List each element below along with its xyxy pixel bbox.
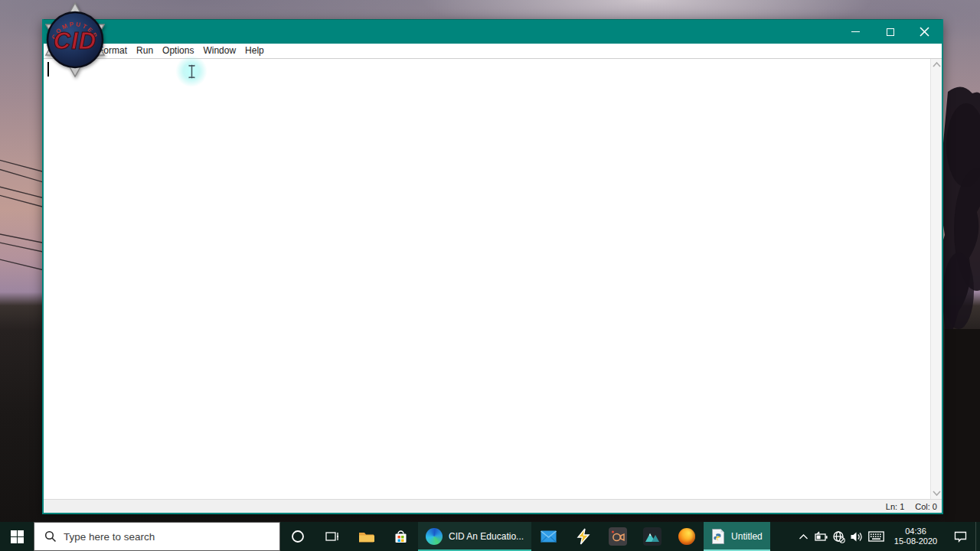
- show-desktop-strip[interactable]: [975, 522, 980, 551]
- tray-time: 04:36: [905, 527, 926, 536]
- idle-taskbar-button[interactable]: Untitled: [704, 522, 770, 551]
- vertical-scrollbar[interactable]: [930, 59, 942, 499]
- task-view-button[interactable]: [315, 522, 349, 551]
- close-icon: [920, 27, 929, 37]
- menu-item-options[interactable]: Options: [158, 44, 198, 58]
- tree-silhouette-art: [937, 86, 980, 522]
- action-center-button[interactable]: [945, 522, 975, 551]
- cortana-button[interactable]: [280, 522, 315, 551]
- edge-tab-label: CID An Educatio...: [449, 531, 524, 542]
- network-status-button[interactable]: [830, 522, 848, 551]
- idle-python-file-icon: [711, 529, 725, 544]
- firefox-icon: [678, 528, 695, 545]
- menu-item-help[interactable]: Help: [240, 44, 269, 58]
- titlebar[interactable]: [44, 19, 942, 44]
- touch-keyboard-button[interactable]: [865, 522, 887, 551]
- microsoft-store-button[interactable]: [384, 522, 418, 551]
- tray-chevron-button[interactable]: [795, 522, 812, 551]
- task-view-icon: [325, 530, 340, 543]
- media-app-button[interactable]: [635, 522, 669, 551]
- tray-date: 15-08-2020: [894, 536, 937, 546]
- menu-bar: FileEditFormatRunOptionsWindowHelp: [44, 44, 942, 59]
- status-bar: Ln: 1 Col: 0: [44, 499, 942, 513]
- maximize-button[interactable]: [873, 20, 907, 44]
- scroll-up-icon[interactable]: [933, 62, 941, 67]
- battery-status-button[interactable]: [812, 522, 830, 551]
- editor-wrap: [44, 59, 942, 499]
- taskbar-search[interactable]: [34, 522, 280, 551]
- idle-window: FileEditFormatRunOptionsWindowHelp Ln: 1…: [42, 19, 943, 514]
- cid-logo: COMPUTER CID: [38, 2, 112, 78]
- touch-keyboard-icon: [868, 531, 884, 542]
- globe-no-internet-icon: [832, 530, 845, 543]
- screen-recorder-icon: [609, 527, 627, 546]
- cortana-circle-icon: [291, 530, 305, 543]
- mail-icon: [541, 530, 557, 543]
- file-explorer-button[interactable]: [349, 522, 384, 551]
- teal-mountains-icon: [643, 527, 662, 546]
- menu-item-window[interactable]: Window: [198, 44, 240, 58]
- search-icon: [44, 530, 57, 543]
- clock[interactable]: 04:36 15-08-2020: [887, 522, 945, 551]
- editor-bolt-app-button[interactable]: [566, 522, 600, 551]
- battery-icon: [815, 531, 828, 542]
- lightning-bolt-icon: [575, 528, 592, 545]
- minimize-icon: [851, 31, 860, 33]
- firefox-button[interactable]: [669, 522, 704, 551]
- system-tray: 04:36 15-08-2020: [795, 522, 980, 551]
- search-input[interactable]: [64, 531, 247, 543]
- volume-button[interactable]: [848, 522, 865, 551]
- speaker-icon: [850, 531, 864, 543]
- idle-window-label: Untitled: [731, 531, 763, 542]
- status-column: Col: 0: [915, 502, 937, 511]
- screen-recorder-button[interactable]: [600, 522, 635, 551]
- start-button[interactable]: [0, 522, 34, 551]
- status-line: Ln: 1: [886, 502, 904, 511]
- file-explorer-icon: [358, 530, 375, 543]
- microsoft-store-icon: [394, 530, 408, 544]
- maximize-icon: [887, 28, 894, 36]
- close-button[interactable]: [907, 20, 942, 44]
- action-center-icon: [954, 531, 967, 543]
- taskbar: CID An Educatio...: [0, 522, 980, 551]
- logo-center-text: CID: [54, 28, 96, 54]
- scroll-down-icon[interactable]: [933, 491, 941, 496]
- mail-button[interactable]: [531, 522, 566, 551]
- chevron-up-icon: [799, 533, 808, 540]
- menu-item-run[interactable]: Run: [132, 44, 158, 58]
- minimize-button[interactable]: [838, 20, 873, 44]
- windows-logo-icon: [11, 530, 24, 543]
- edge-icon: [426, 528, 443, 545]
- editor-text-area[interactable]: [44, 59, 930, 499]
- edge-taskbar-button[interactable]: CID An Educatio...: [418, 522, 531, 551]
